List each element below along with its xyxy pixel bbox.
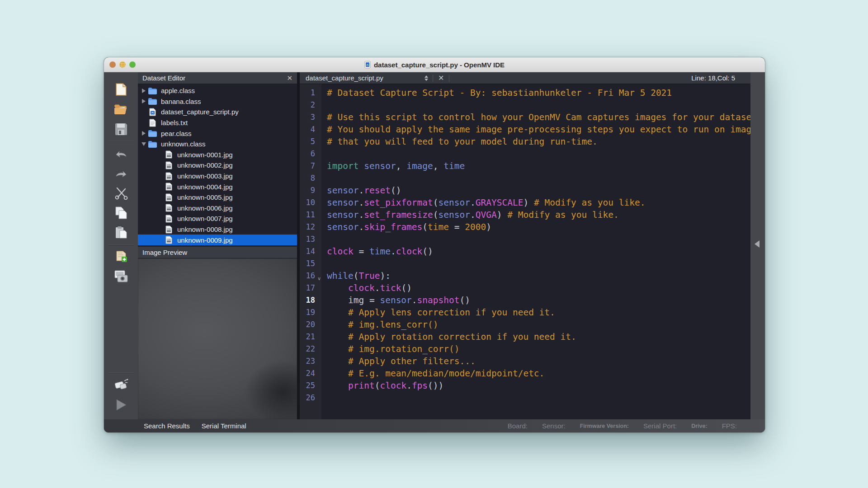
disclosure-expanded-icon[interactable] <box>140 142 147 146</box>
paste-icon <box>115 226 127 239</box>
line-number: 18 <box>300 294 321 306</box>
new-class-folder-button[interactable] <box>113 249 130 265</box>
tree-item-banana-class[interactable]: banana.class <box>138 96 297 107</box>
tree-item-dataset_capture_script-py[interactable]: dataset_capture_script.py <box>138 107 297 117</box>
tab-dataset-capture-script[interactable]: dataset_capture_script.py <box>300 74 420 82</box>
code-line[interactable]: sensor.set_framesize(sensor.QVGA) # Modi… <box>327 209 750 221</box>
tree-item-pear-class[interactable]: pear.class <box>138 128 297 139</box>
tree-item-apple-class[interactable]: apple.class <box>138 85 297 96</box>
disclosure-collapsed-icon[interactable] <box>140 99 147 103</box>
capture-image-button[interactable] <box>113 268 130 285</box>
code-line[interactable]: sensor.reset() <box>327 184 750 197</box>
image-file-icon <box>165 183 172 191</box>
tree-item-unknown-0003-jpg[interactable]: unknown-0003.jpg <box>138 171 297 182</box>
save-button[interactable] <box>113 121 130 137</box>
code-line[interactable] <box>327 233 750 245</box>
document-icon <box>364 61 371 68</box>
status-field-firmware-version: Firmware Version: <box>580 423 629 429</box>
code-content[interactable]: # Dataset Capture Script - By: sebastian… <box>321 84 750 419</box>
expand-left-arrow-icon[interactable] <box>755 240 760 248</box>
dataset-editor-header: Dataset Editor ✕ <box>138 72 297 84</box>
tree-item-label: unknown-0001.jpg <box>177 151 233 159</box>
code-line[interactable] <box>327 172 750 184</box>
paste-button[interactable] <box>113 225 130 241</box>
line-number: 2 <box>300 99 321 111</box>
title-bar[interactable]: dataset_capture_script.py - OpenMV IDE <box>104 57 765 72</box>
disclosure-collapsed-icon[interactable] <box>140 131 147 136</box>
code-line[interactable]: # E.g. mean/median/mode/midpoint/etc. <box>327 367 750 380</box>
code-line[interactable]: # Apply other filters... <box>327 355 750 367</box>
tree-item-unknown-class[interactable]: unknown.class <box>138 139 297 150</box>
tree-item-unknown-0005-jpg[interactable]: unknown-0005.jpg <box>138 192 297 203</box>
code-line[interactable] <box>327 99 750 111</box>
copy-button[interactable] <box>113 205 130 221</box>
tree-item-unknown-0006-jpg[interactable]: unknown-0006.jpg <box>138 203 297 214</box>
image-preview-title: Image Preview <box>142 249 187 256</box>
line-number-gutter: 12345678910111213141516∨1718192021222324… <box>300 84 321 419</box>
open-folder-button[interactable] <box>113 101 130 117</box>
line-number: 22 <box>300 343 321 355</box>
zoom-window-button[interactable] <box>129 61 136 68</box>
close-window-button[interactable] <box>109 61 116 68</box>
code-line[interactable]: print(clock.fps()) <box>327 380 750 392</box>
code-line[interactable]: while(True): <box>327 270 750 282</box>
tree-item-label: pear.class <box>161 130 192 137</box>
open-folder-icon <box>113 103 129 115</box>
code-line[interactable]: # that you will feed to your model durin… <box>327 136 750 148</box>
status-tab-search-results[interactable]: Search Results <box>144 422 190 430</box>
code-line[interactable]: # Apply lens correction if you need it. <box>327 306 750 319</box>
code-line[interactable]: import sensor, image, time <box>327 160 750 172</box>
line-number: 20 <box>300 319 321 331</box>
undo-icon <box>113 147 129 159</box>
tree-item-unknown-0009-jpg[interactable]: unknown-0009.jpg <box>138 235 297 245</box>
code-line[interactable] <box>327 392 750 404</box>
line-number: 14 <box>300 245 321 258</box>
code-line[interactable]: # img.rotation_corr() <box>327 343 750 355</box>
code-line[interactable]: img = sensor.snapshot() <box>327 294 750 306</box>
desktop-background: dataset_capture_script.py - OpenMV IDE D… <box>0 0 868 488</box>
editor-tab-bar: dataset_capture_script.py ✕ Line: 18,Col… <box>300 72 750 84</box>
cut-button[interactable] <box>113 185 130 201</box>
tree-item-label: apple.class <box>161 87 195 94</box>
code-line[interactable] <box>327 148 750 160</box>
line-number: 26 <box>300 392 321 404</box>
run-script-button[interactable] <box>113 397 130 413</box>
code-line[interactable]: # You should apply the same image pre-pr… <box>327 123 750 136</box>
undo-button[interactable] <box>113 145 130 161</box>
minimize-window-button[interactable] <box>119 61 126 68</box>
code-line[interactable]: # Apply rotation correction if you need … <box>327 331 750 343</box>
tab-spinner-icon[interactable] <box>420 75 433 81</box>
redo-button[interactable] <box>113 165 130 181</box>
tree-item-unknown-0004-jpg[interactable]: unknown-0004.jpg <box>138 181 297 192</box>
code-line[interactable]: # img.lens_corr() <box>327 319 750 331</box>
code-editor[interactable]: 12345678910111213141516∨1718192021222324… <box>300 84 750 419</box>
code-line[interactable]: clock = time.clock() <box>327 245 750 258</box>
image-preview-pane <box>138 258 297 419</box>
connect-button[interactable] <box>113 377 130 393</box>
tree-item-unknown-0001-jpg[interactable]: unknown-0001.jpg <box>138 150 297 160</box>
tree-item-unknown-0008-jpg[interactable]: unknown-0008.jpg <box>138 224 297 235</box>
tab-close-icon[interactable]: ✕ <box>433 75 449 82</box>
status-tab-serial-terminal[interactable]: Serial Terminal <box>202 422 246 430</box>
right-panel-handle[interactable] <box>750 72 765 419</box>
code-line[interactable] <box>327 258 750 270</box>
tree-item-unknown-0002-jpg[interactable]: unknown-0002.jpg <box>138 160 297 171</box>
disclosure-collapsed-icon[interactable] <box>140 89 147 93</box>
code-line[interactable]: clock.tick() <box>327 282 750 294</box>
new-file-icon <box>115 83 127 96</box>
line-number: 8 <box>300 172 321 184</box>
new-file-button[interactable] <box>113 81 130 98</box>
tabbar-separator <box>449 75 449 82</box>
code-line[interactable]: sensor.set_pixformat(sensor.GRAYSCALE) #… <box>327 197 750 209</box>
tree-item-label: unknown-0004.jpg <box>177 183 233 191</box>
image-file-icon <box>165 161 172 169</box>
tree-item-unknown-0007-jpg[interactable]: unknown-0007.jpg <box>138 213 297 224</box>
folder-icon <box>148 141 157 148</box>
tree-item-labels-txt[interactable]: labels.txt <box>138 117 297 128</box>
close-panel-icon[interactable]: ✕ <box>287 75 292 81</box>
status-tabs: Search ResultsSerial Terminal <box>104 422 246 430</box>
code-line[interactable]: # Use this script to control how your Op… <box>327 111 750 123</box>
folder-icon <box>148 87 157 94</box>
code-line[interactable]: sensor.skip_frames(time = 2000) <box>327 221 750 233</box>
code-line[interactable]: # Dataset Capture Script - By: sebastian… <box>327 87 750 99</box>
